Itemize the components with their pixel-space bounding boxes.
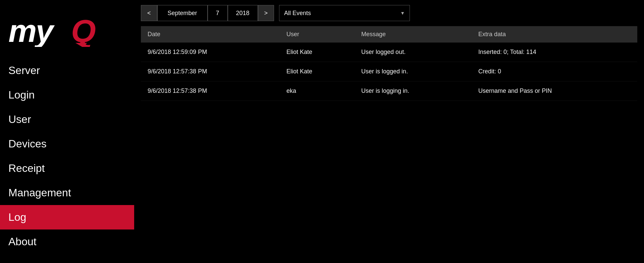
- svg-text:my: my: [8, 13, 55, 47]
- cell-extra_data: Credit: 0: [472, 62, 637, 81]
- next-date-button[interactable]: >: [258, 5, 274, 21]
- cell-user: eka: [280, 81, 355, 101]
- prev-date-button[interactable]: <: [141, 5, 157, 21]
- log-table: Date User Message Extra data 9/6/2018 12…: [141, 26, 637, 101]
- events-dropdown[interactable]: All Events ▼: [279, 5, 410, 21]
- column-header-date: Date: [141, 26, 280, 43]
- cell-message: User is logging in.: [355, 81, 472, 101]
- table-header-row: Date User Message Extra data: [141, 26, 637, 43]
- column-header-message: Message: [355, 26, 472, 43]
- sidebar-item-receipt[interactable]: Receipt: [0, 156, 134, 181]
- sidebar-nav: Server Login User Devices Receipt Manage…: [0, 58, 134, 254]
- table-row: 9/6/2018 12:57:38 PMekaUser is logging i…: [141, 81, 637, 101]
- sidebar-item-about[interactable]: About: [0, 229, 134, 254]
- sidebar-item-user[interactable]: User: [0, 107, 134, 132]
- myq-logo: my Q: [7, 10, 101, 47]
- sidebar-item-server[interactable]: Server: [0, 58, 134, 83]
- dropdown-arrow-icon: ▼: [400, 10, 405, 16]
- cell-user: Eliot Kate: [280, 43, 355, 62]
- year-field[interactable]: 2018: [228, 5, 258, 21]
- table-row: 9/6/2018 12:59:09 PMEliot KateUser logge…: [141, 43, 637, 62]
- sidebar-item-management[interactable]: Management: [0, 181, 134, 205]
- cell-extra_data: Inserted: 0; Total: 114: [472, 43, 637, 62]
- month-field[interactable]: September: [157, 5, 208, 21]
- sidebar-item-log[interactable]: Log: [0, 205, 134, 229]
- date-navigation: < September 7 2018 > All Events ▼: [141, 5, 637, 21]
- sidebar-item-devices[interactable]: Devices: [0, 132, 134, 156]
- column-header-user: User: [280, 26, 355, 43]
- sidebar-item-login[interactable]: Login: [0, 83, 134, 107]
- cell-message: User is logged in.: [355, 62, 472, 81]
- logo-container: my Q: [0, 3, 134, 58]
- main-content: < September 7 2018 > All Events ▼ Date U: [134, 0, 644, 263]
- cell-message: User logged out.: [355, 43, 472, 62]
- cell-date: 9/6/2018 12:57:38 PM: [141, 81, 280, 101]
- svg-text:Q: Q: [71, 13, 96, 47]
- cell-user: Eliot Kate: [280, 62, 355, 81]
- table-row: 9/6/2018 12:57:38 PMEliot KateUser is lo…: [141, 62, 637, 81]
- column-header-extra-data: Extra data: [472, 26, 637, 43]
- day-field[interactable]: 7: [208, 5, 228, 21]
- sidebar: my Q Server Login User Devices Receipt M…: [0, 0, 134, 263]
- cell-extra_data: Username and Pass or PIN: [472, 81, 637, 101]
- cell-date: 9/6/2018 12:59:09 PM: [141, 43, 280, 62]
- cell-date: 9/6/2018 12:57:38 PM: [141, 62, 280, 81]
